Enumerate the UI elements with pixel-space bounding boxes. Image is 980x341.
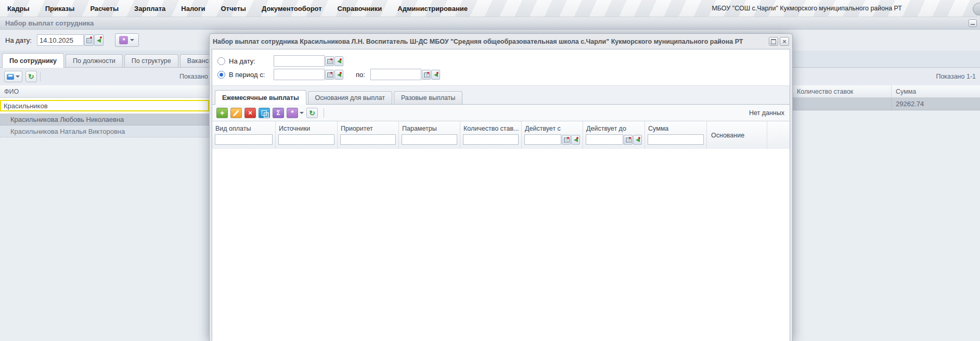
payments-tabs: Ежемесячные выплаты Основания для выплат… bbox=[212, 85, 790, 105]
menu-item-nalogi[interactable]: Налоги bbox=[181, 5, 205, 12]
calendar-button[interactable] bbox=[325, 56, 334, 66]
menu-item-administrirovanie[interactable]: Администрирование bbox=[397, 5, 468, 12]
tab-ezhemesyachnye-vyplaty[interactable]: Ежемесячные выплаты bbox=[215, 90, 306, 105]
menu-item-dokumentooborot[interactable]: Документооборот bbox=[262, 5, 322, 12]
window-maximize-button[interactable] bbox=[769, 37, 778, 46]
organization-name: МБОУ "СОШ с.Чарли" Кукморского муниципал… bbox=[712, 5, 980, 12]
period-from-input[interactable] bbox=[274, 69, 325, 80]
set-date-button[interactable] bbox=[571, 135, 580, 145]
column-summa[interactable]: Сумма bbox=[645, 121, 707, 149]
settings-dropdown-button[interactable]: * bbox=[287, 108, 304, 118]
filter-deystvuet-s[interactable] bbox=[524, 134, 561, 145]
list-item-employee-1[interactable]: Красильникова Любовь Николаевна bbox=[0, 113, 209, 125]
period-selector: На дату: В период с: по: bbox=[212, 49, 790, 85]
calendar-button[interactable] bbox=[325, 70, 334, 80]
tab-po-sotrudniku[interactable]: По сотруднику bbox=[2, 53, 64, 68]
window-close-button[interactable]: × bbox=[780, 37, 789, 46]
calendar-button[interactable] bbox=[624, 135, 633, 145]
copy-button[interactable] bbox=[259, 108, 270, 118]
toolbar-separator bbox=[324, 108, 324, 118]
calendar-button[interactable] bbox=[562, 135, 571, 145]
print-button[interactable] bbox=[4, 71, 22, 82]
column-istochniki[interactable]: Источники bbox=[276, 121, 338, 149]
refresh-icon: ↻ bbox=[28, 73, 34, 80]
tab-po-strukture[interactable]: По структуре bbox=[124, 54, 178, 67]
menu-item-zarplata[interactable]: Зарплата bbox=[134, 5, 165, 12]
on-date-label: На дату: bbox=[5, 36, 32, 44]
tab-razovye-vyplaty[interactable]: Разовые выплаты bbox=[394, 91, 462, 104]
radio-on-date-label: На дату: bbox=[229, 57, 274, 65]
menu-item-raschety[interactable]: Расчеты bbox=[90, 5, 119, 12]
calendar-button[interactable] bbox=[422, 70, 431, 80]
panel-minimize-button[interactable] bbox=[969, 19, 977, 27]
set-date-button[interactable] bbox=[334, 56, 343, 66]
workspace-panel-header: Набор выплат сотрудника bbox=[0, 17, 980, 30]
column-vid-oplaty[interactable]: Вид оплаты bbox=[212, 121, 276, 149]
chevron-down-icon bbox=[16, 75, 20, 78]
delete-button[interactable]: × bbox=[244, 108, 256, 118]
employee-list: Красильникова Любовь Николаевна Красильн… bbox=[0, 98, 209, 341]
copy-icon bbox=[262, 110, 267, 116]
table-row-payment[interactable]: 29262.74 bbox=[793, 98, 980, 110]
filter-vid-oplaty[interactable] bbox=[215, 134, 273, 145]
filter-summa[interactable] bbox=[648, 134, 704, 145]
payments-grid-body bbox=[212, 149, 790, 341]
column-header-rate-count[interactable]: Количество ставок bbox=[793, 85, 892, 97]
menu-item-prikazy[interactable]: Приказы bbox=[45, 5, 75, 12]
period-to-label: по: bbox=[356, 71, 365, 79]
column-deystvuet-do[interactable]: Действует до bbox=[583, 121, 645, 149]
radio-period-label: В период с: bbox=[229, 71, 274, 79]
cell-sum: 29262.74 bbox=[892, 98, 980, 110]
payments-grid-header: Вид оплаты Источники Приоритет Параметры… bbox=[212, 121, 790, 149]
set-date-button[interactable] bbox=[431, 70, 440, 80]
payments-toolbar: + × Σ * ↻ Нет данных bbox=[212, 105, 790, 121]
filter-deystvuet-do[interactable] bbox=[586, 134, 623, 145]
set-date-button[interactable] bbox=[334, 70, 343, 80]
toolbar-separator bbox=[40, 72, 41, 81]
window-header[interactable]: Набор выплат сотрудника Красильникова Л.… bbox=[210, 34, 792, 49]
column-osnovanie[interactable]: Основание bbox=[707, 121, 767, 149]
column-prioritet[interactable]: Приоритет bbox=[338, 121, 399, 149]
gear-icon: * bbox=[287, 108, 298, 118]
calendar-button[interactable] bbox=[84, 34, 94, 46]
employee-payments-window: Набор выплат сотрудника Красильникова Л.… bbox=[209, 33, 793, 341]
filter-prioritet[interactable] bbox=[340, 134, 396, 145]
user-icon[interactable] bbox=[973, 3, 980, 16]
pencil-icon bbox=[234, 110, 238, 115]
filter-parametry[interactable] bbox=[402, 134, 457, 145]
settings-dropdown-button[interactable]: * bbox=[115, 33, 139, 47]
refresh-button[interactable]: ↻ bbox=[25, 71, 37, 82]
edit-button[interactable] bbox=[230, 108, 242, 118]
cell-rate-count bbox=[793, 98, 892, 110]
add-button[interactable]: + bbox=[216, 108, 228, 118]
period-to-input[interactable] bbox=[370, 69, 421, 80]
refresh-button[interactable]: ↻ bbox=[306, 108, 318, 118]
menu-item-otchety[interactable]: Отчеты bbox=[221, 5, 246, 12]
radio-period[interactable] bbox=[217, 71, 225, 79]
tab-osnovaniya-dlya-vyplat[interactable]: Основания для выплат bbox=[308, 91, 392, 104]
sum-button[interactable]: Σ bbox=[273, 108, 284, 118]
top-menu-bar: Кадры Приказы Расчеты Зарплата Налоги От… bbox=[0, 0, 980, 17]
column-header-sum[interactable]: Сумма bbox=[892, 85, 980, 97]
chevron-down-icon bbox=[300, 112, 304, 114]
tab-po-dolzhnosti[interactable]: По должности bbox=[66, 54, 123, 67]
column-header-fio[interactable]: ФИО bbox=[0, 85, 213, 97]
column-parametry[interactable]: Параметры bbox=[399, 121, 460, 149]
column-spacer bbox=[767, 121, 790, 149]
fio-filter-row bbox=[0, 98, 209, 113]
on-date-input[interactable] bbox=[37, 34, 84, 46]
radio-on-date[interactable] bbox=[217, 57, 225, 65]
column-kolichestvo-stavok[interactable]: Количество став... bbox=[460, 121, 522, 149]
set-date-button[interactable] bbox=[633, 135, 642, 145]
menu-item-kadry[interactable]: Кадры bbox=[7, 5, 30, 12]
modal-on-date-input[interactable] bbox=[274, 55, 325, 67]
chevron-down-icon bbox=[130, 39, 134, 41]
set-date-button[interactable] bbox=[94, 34, 104, 46]
column-deystvuet-s[interactable]: Действует с bbox=[522, 121, 583, 149]
list-item-employee-2[interactable]: Красильникова Наталья Викторовна bbox=[0, 125, 209, 137]
filter-kolichestvo-stavok[interactable] bbox=[463, 134, 519, 145]
payments-shown-label: Показано 1-1 bbox=[936, 73, 980, 80]
menu-item-spravochniki[interactable]: Справочники bbox=[338, 5, 382, 12]
fio-filter-input[interactable] bbox=[0, 100, 209, 111]
filter-istochniki[interactable] bbox=[278, 134, 334, 145]
